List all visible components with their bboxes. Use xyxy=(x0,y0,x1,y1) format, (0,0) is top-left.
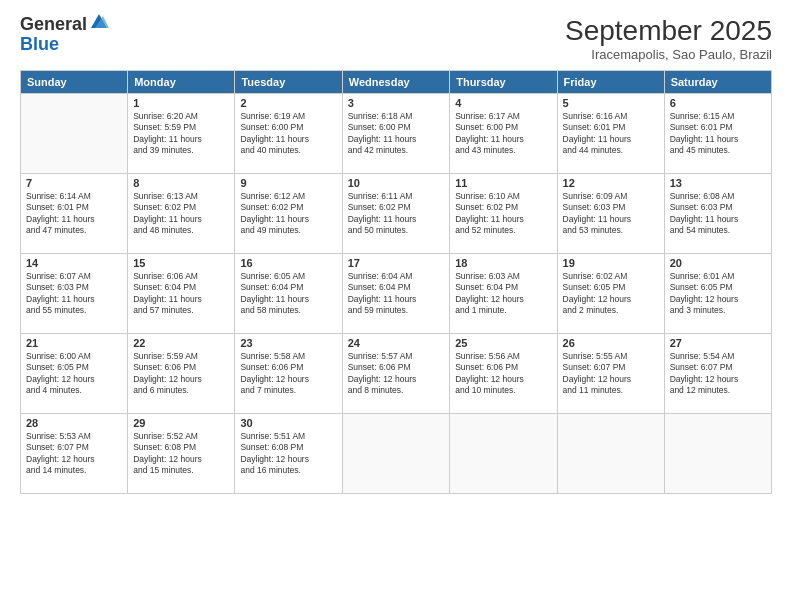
title-block: September 2025 Iracemapolis, Sao Paulo, … xyxy=(565,15,772,62)
day-info-text: Sunrise: 6:15 AMSunset: 6:01 PMDaylight:… xyxy=(670,111,766,157)
cell-w4-d4: 24Sunrise: 5:57 AMSunset: 6:06 PMDayligh… xyxy=(342,334,450,414)
day-info-text: Sunrise: 6:18 AMSunset: 6:00 PMDaylight:… xyxy=(348,111,445,157)
cell-w3-d4: 17Sunrise: 6:04 AMSunset: 6:04 PMDayligh… xyxy=(342,254,450,334)
day-info-text: Sunrise: 5:51 AMSunset: 6:08 PMDaylight:… xyxy=(240,431,336,477)
cell-w1-d5: 4Sunrise: 6:17 AMSunset: 6:00 PMDaylight… xyxy=(450,94,557,174)
day-info-text: Sunrise: 6:12 AMSunset: 6:02 PMDaylight:… xyxy=(240,191,336,237)
cell-w4-d3: 23Sunrise: 5:58 AMSunset: 6:06 PMDayligh… xyxy=(235,334,342,414)
cell-w5-d5 xyxy=(450,414,557,494)
cell-w2-d4: 10Sunrise: 6:11 AMSunset: 6:02 PMDayligh… xyxy=(342,174,450,254)
day-info-text: Sunrise: 6:13 AMSunset: 6:02 PMDaylight:… xyxy=(133,191,229,237)
cell-w2-d5: 11Sunrise: 6:10 AMSunset: 6:02 PMDayligh… xyxy=(450,174,557,254)
page: General Blue September 2025 Iracemapolis… xyxy=(0,0,792,612)
day-number: 22 xyxy=(133,337,229,349)
cell-w3-d1: 14Sunrise: 6:07 AMSunset: 6:03 PMDayligh… xyxy=(21,254,128,334)
day-number: 27 xyxy=(670,337,766,349)
cell-w2-d1: 7Sunrise: 6:14 AMSunset: 6:01 PMDaylight… xyxy=(21,174,128,254)
day-info-text: Sunrise: 6:11 AMSunset: 6:02 PMDaylight:… xyxy=(348,191,445,237)
cell-w4-d5: 25Sunrise: 5:56 AMSunset: 6:06 PMDayligh… xyxy=(450,334,557,414)
logo-blue-text: Blue xyxy=(20,35,109,55)
cell-w5-d7 xyxy=(664,414,771,494)
day-info-text: Sunrise: 6:02 AMSunset: 6:05 PMDaylight:… xyxy=(563,271,659,317)
day-number: 2 xyxy=(240,97,336,109)
cell-w1-d2: 1Sunrise: 6:20 AMSunset: 5:59 PMDaylight… xyxy=(128,94,235,174)
day-info-text: Sunrise: 6:20 AMSunset: 5:59 PMDaylight:… xyxy=(133,111,229,157)
cell-w4-d6: 26Sunrise: 5:55 AMSunset: 6:07 PMDayligh… xyxy=(557,334,664,414)
cell-w2-d7: 13Sunrise: 6:08 AMSunset: 6:03 PMDayligh… xyxy=(664,174,771,254)
day-number: 13 xyxy=(670,177,766,189)
day-info-text: Sunrise: 6:01 AMSunset: 6:05 PMDaylight:… xyxy=(670,271,766,317)
day-number: 24 xyxy=(348,337,445,349)
day-info-text: Sunrise: 5:54 AMSunset: 6:07 PMDaylight:… xyxy=(670,351,766,397)
day-number: 23 xyxy=(240,337,336,349)
week-row-4: 21Sunrise: 6:00 AMSunset: 6:05 PMDayligh… xyxy=(21,334,772,414)
day-info-text: Sunrise: 6:09 AMSunset: 6:03 PMDaylight:… xyxy=(563,191,659,237)
location-subtitle: Iracemapolis, Sao Paulo, Brazil xyxy=(565,47,772,62)
day-info-text: Sunrise: 6:06 AMSunset: 6:04 PMDaylight:… xyxy=(133,271,229,317)
day-info-text: Sunrise: 6:07 AMSunset: 6:03 PMDaylight:… xyxy=(26,271,122,317)
day-number: 14 xyxy=(26,257,122,269)
cell-w3-d2: 15Sunrise: 6:06 AMSunset: 6:04 PMDayligh… xyxy=(128,254,235,334)
day-info-text: Sunrise: 6:03 AMSunset: 6:04 PMDaylight:… xyxy=(455,271,551,317)
cell-w3-d5: 18Sunrise: 6:03 AMSunset: 6:04 PMDayligh… xyxy=(450,254,557,334)
calendar-header-row: Sunday Monday Tuesday Wednesday Thursday… xyxy=(21,71,772,94)
cell-w5-d1: 28Sunrise: 5:53 AMSunset: 6:07 PMDayligh… xyxy=(21,414,128,494)
cell-w4-d2: 22Sunrise: 5:59 AMSunset: 6:06 PMDayligh… xyxy=(128,334,235,414)
day-number: 30 xyxy=(240,417,336,429)
day-info-text: Sunrise: 6:16 AMSunset: 6:01 PMDaylight:… xyxy=(563,111,659,157)
col-thursday: Thursday xyxy=(450,71,557,94)
day-number: 1 xyxy=(133,97,229,109)
week-row-3: 14Sunrise: 6:07 AMSunset: 6:03 PMDayligh… xyxy=(21,254,772,334)
col-tuesday: Tuesday xyxy=(235,71,342,94)
col-saturday: Saturday xyxy=(664,71,771,94)
day-info-text: Sunrise: 5:53 AMSunset: 6:07 PMDaylight:… xyxy=(26,431,122,477)
day-number: 7 xyxy=(26,177,122,189)
logo: General Blue xyxy=(20,15,109,55)
day-number: 9 xyxy=(240,177,336,189)
day-number: 29 xyxy=(133,417,229,429)
day-info-text: Sunrise: 6:19 AMSunset: 6:00 PMDaylight:… xyxy=(240,111,336,157)
day-info-text: Sunrise: 5:58 AMSunset: 6:06 PMDaylight:… xyxy=(240,351,336,397)
cell-w5-d2: 29Sunrise: 5:52 AMSunset: 6:08 PMDayligh… xyxy=(128,414,235,494)
cell-w4-d7: 27Sunrise: 5:54 AMSunset: 6:07 PMDayligh… xyxy=(664,334,771,414)
day-info-text: Sunrise: 5:56 AMSunset: 6:06 PMDaylight:… xyxy=(455,351,551,397)
col-friday: Friday xyxy=(557,71,664,94)
logo-general-text: General xyxy=(20,15,87,35)
day-info-text: Sunrise: 6:04 AMSunset: 6:04 PMDaylight:… xyxy=(348,271,445,317)
day-number: 19 xyxy=(563,257,659,269)
cell-w2-d3: 9Sunrise: 6:12 AMSunset: 6:02 PMDaylight… xyxy=(235,174,342,254)
day-number: 10 xyxy=(348,177,445,189)
day-number: 16 xyxy=(240,257,336,269)
day-number: 4 xyxy=(455,97,551,109)
cell-w3-d6: 19Sunrise: 6:02 AMSunset: 6:05 PMDayligh… xyxy=(557,254,664,334)
cell-w5-d4 xyxy=(342,414,450,494)
cell-w2-d6: 12Sunrise: 6:09 AMSunset: 6:03 PMDayligh… xyxy=(557,174,664,254)
day-info-text: Sunrise: 5:55 AMSunset: 6:07 PMDaylight:… xyxy=(563,351,659,397)
col-sunday: Sunday xyxy=(21,71,128,94)
day-number: 18 xyxy=(455,257,551,269)
day-number: 8 xyxy=(133,177,229,189)
week-row-1: 1Sunrise: 6:20 AMSunset: 5:59 PMDaylight… xyxy=(21,94,772,174)
cell-w3-d3: 16Sunrise: 6:05 AMSunset: 6:04 PMDayligh… xyxy=(235,254,342,334)
day-info-text: Sunrise: 6:05 AMSunset: 6:04 PMDaylight:… xyxy=(240,271,336,317)
day-number: 28 xyxy=(26,417,122,429)
col-monday: Monday xyxy=(128,71,235,94)
logo-icon xyxy=(89,12,109,32)
day-number: 17 xyxy=(348,257,445,269)
day-number: 11 xyxy=(455,177,551,189)
day-info-text: Sunrise: 5:59 AMSunset: 6:06 PMDaylight:… xyxy=(133,351,229,397)
cell-w3-d7: 20Sunrise: 6:01 AMSunset: 6:05 PMDayligh… xyxy=(664,254,771,334)
cell-w1-d6: 5Sunrise: 6:16 AMSunset: 6:01 PMDaylight… xyxy=(557,94,664,174)
day-number: 26 xyxy=(563,337,659,349)
day-number: 21 xyxy=(26,337,122,349)
cell-w5-d3: 30Sunrise: 5:51 AMSunset: 6:08 PMDayligh… xyxy=(235,414,342,494)
cell-w1-d3: 2Sunrise: 6:19 AMSunset: 6:00 PMDaylight… xyxy=(235,94,342,174)
day-info-text: Sunrise: 5:57 AMSunset: 6:06 PMDaylight:… xyxy=(348,351,445,397)
day-info-text: Sunrise: 6:17 AMSunset: 6:00 PMDaylight:… xyxy=(455,111,551,157)
month-title: September 2025 xyxy=(565,15,772,47)
cell-w5-d6 xyxy=(557,414,664,494)
week-row-5: 28Sunrise: 5:53 AMSunset: 6:07 PMDayligh… xyxy=(21,414,772,494)
day-info-text: Sunrise: 6:10 AMSunset: 6:02 PMDaylight:… xyxy=(455,191,551,237)
day-number: 3 xyxy=(348,97,445,109)
header: General Blue September 2025 Iracemapolis… xyxy=(20,15,772,62)
